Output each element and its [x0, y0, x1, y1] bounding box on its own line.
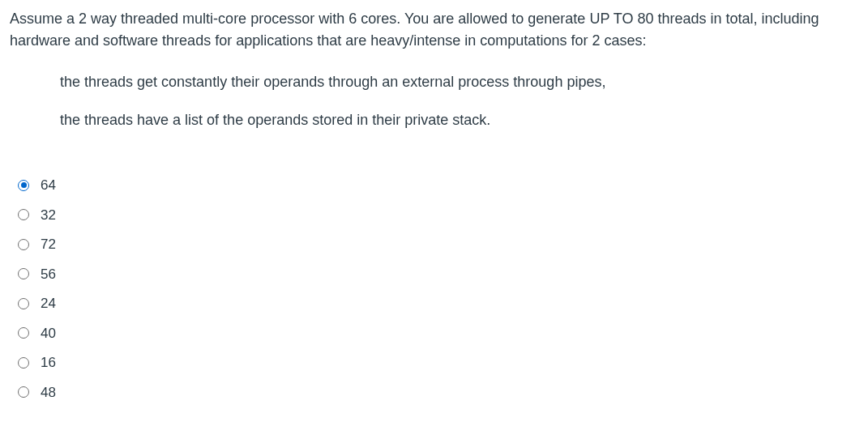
answer-options: 64 32 72 56 24 40 16 48 — [10, 175, 858, 403]
question-case-2: the threads have a list of the operands … — [60, 109, 858, 131]
radio-icon — [18, 386, 29, 398]
option-7[interactable]: 48 — [18, 382, 858, 403]
option-3[interactable]: 56 — [18, 264, 858, 285]
option-label: 72 — [41, 234, 56, 255]
question-stem: Assume a 2 way threaded multi-core proce… — [10, 8, 858, 131]
option-1[interactable]: 32 — [18, 205, 858, 226]
option-label: 16 — [41, 352, 56, 373]
radio-icon — [18, 180, 29, 191]
question-case-1: the threads get constantly their operand… — [60, 71, 858, 93]
option-0[interactable]: 64 — [18, 175, 858, 196]
radio-icon — [18, 327, 29, 339]
option-label: 32 — [41, 205, 56, 226]
option-6[interactable]: 16 — [18, 352, 858, 373]
option-label: 64 — [41, 175, 56, 196]
option-label: 56 — [41, 264, 56, 285]
question-cases: the threads get constantly their operand… — [10, 71, 858, 131]
option-label: 24 — [41, 293, 56, 314]
option-label: 48 — [41, 382, 56, 403]
radio-icon — [18, 239, 29, 250]
radio-icon — [18, 209, 29, 220]
option-2[interactable]: 72 — [18, 234, 858, 255]
question-main-text: Assume a 2 way threaded multi-core proce… — [10, 8, 858, 52]
option-5[interactable]: 40 — [18, 323, 858, 344]
option-4[interactable]: 24 — [18, 293, 858, 314]
radio-icon — [18, 268, 29, 279]
radio-icon — [18, 357, 29, 369]
option-label: 40 — [41, 323, 56, 344]
radio-icon — [18, 298, 29, 309]
